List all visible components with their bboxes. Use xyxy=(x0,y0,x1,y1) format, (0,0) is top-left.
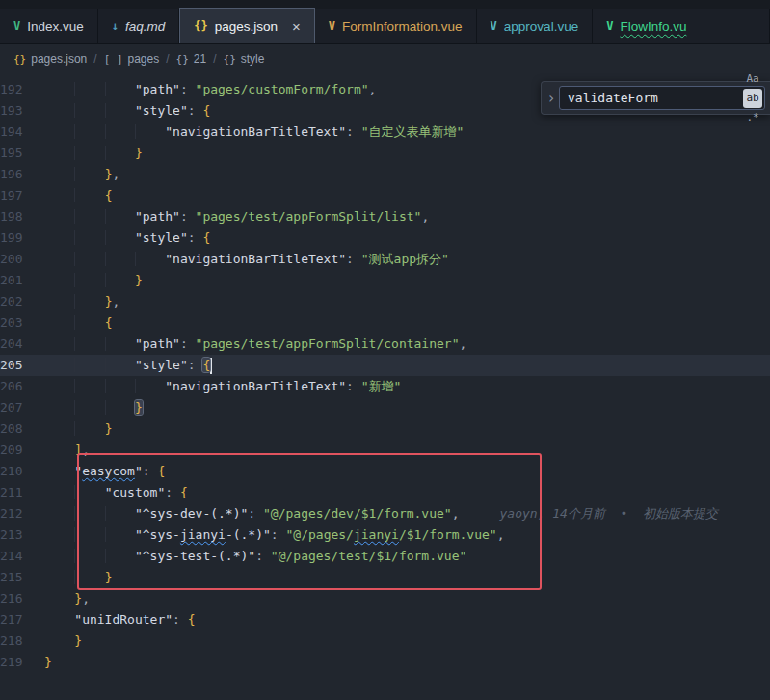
code-line-203[interactable]: 203 { xyxy=(0,312,770,334)
code-line-213[interactable]: 213 "^sys-jianyi-(.*)": "@/pages/jianyi/… xyxy=(0,525,770,546)
code-line-202[interactable]: 202 }, xyxy=(0,291,770,312)
line-number[interactable]: 216 xyxy=(0,588,44,609)
code-token: "^sys- xyxy=(135,527,180,542)
line-number[interactable]: 205 xyxy=(0,355,44,376)
code-line-216[interactable]: 216 }, xyxy=(0,588,770,609)
line-number[interactable]: 196 xyxy=(0,164,44,185)
line-number[interactable]: 213 xyxy=(0,525,44,546)
match-case-toggle[interactable]: Aa xyxy=(743,73,762,89)
code-line-212[interactable]: 212 "^sys-dev-(.*)": "@/pages/dev/$1/for… xyxy=(0,503,770,525)
code-token: "@/pages/dev/$1/form.vue" xyxy=(263,506,452,521)
code-line-205[interactable]: 205 "style": { xyxy=(0,355,770,376)
code-token: "pages/customForm/form" xyxy=(196,82,369,96)
breadcrumb-item-style[interactable]: {}style xyxy=(224,52,265,66)
code-token: "style" xyxy=(135,103,188,118)
tab-faq-md[interactable]: ↓faq.md xyxy=(98,9,180,43)
breadcrumb-separator: / xyxy=(93,52,96,66)
code-text: "^sys-test-(.*)": "@/pages/test/$1/form.… xyxy=(44,546,770,567)
indent xyxy=(74,400,104,415)
code-line-197[interactable]: 197 { xyxy=(0,185,770,206)
line-number[interactable]: 194 xyxy=(0,121,44,143)
code-text: "style": { xyxy=(44,228,770,249)
line-number[interactable]: 192 xyxy=(0,79,44,100)
line-number[interactable]: 206 xyxy=(0,376,44,397)
line-number[interactable]: 209 xyxy=(0,440,44,461)
line-number[interactable]: 219 xyxy=(0,652,44,673)
code-line-198[interactable]: 198 "path": "pages/test/appFormSplit/lis… xyxy=(0,206,770,228)
code-token: } xyxy=(105,570,113,584)
line-number[interactable]: 207 xyxy=(0,397,44,418)
breadcrumb-label: pages.json xyxy=(31,52,87,66)
code-line-215[interactable]: 215 } xyxy=(0,567,770,588)
code-token: , xyxy=(112,294,119,309)
code-line-207[interactable]: 207 } xyxy=(0,397,770,418)
code-token: : xyxy=(165,485,180,499)
code-text: "style": { xyxy=(44,355,770,376)
close-icon[interactable]: × xyxy=(292,19,301,34)
line-number[interactable]: 202 xyxy=(0,291,44,312)
tab-label: FormInformation.vue xyxy=(342,19,463,34)
indent xyxy=(44,337,74,351)
indent xyxy=(44,379,74,393)
code-line-214[interactable]: 214 "^sys-test-(.*)": "@/pages/test/$1/f… xyxy=(0,546,770,567)
code-line-199[interactable]: 199 "style": { xyxy=(0,228,770,249)
code-text: "path": "pages/test/appFormSplit/contain… xyxy=(44,334,770,355)
code-editor[interactable]: 192 "path": "pages/customForm/form",193 … xyxy=(0,73,770,700)
code-token: "@/pages/test/$1/form.vue" xyxy=(271,549,467,563)
breadcrumb-item-pages-json[interactable]: {}pages.json xyxy=(13,52,87,66)
indent xyxy=(44,252,74,266)
code-line-196[interactable]: 196 }, xyxy=(0,164,770,185)
line-number[interactable]: 201 xyxy=(0,270,44,291)
code-line-208[interactable]: 208 } xyxy=(0,418,770,440)
code-token: { xyxy=(202,103,210,118)
line-number[interactable]: 197 xyxy=(0,185,44,206)
breadcrumb-item-pages[interactable]: [ ]pages xyxy=(104,52,160,66)
vue-icon: V xyxy=(13,19,20,33)
line-number[interactable]: 212 xyxy=(0,503,44,525)
line-number[interactable]: 195 xyxy=(0,143,44,164)
code-line-200[interactable]: 200 "navigationBarTitleText": "测试app拆分" xyxy=(0,249,770,270)
regex-toggle[interactable]: .* xyxy=(743,108,762,127)
line-number[interactable]: 218 xyxy=(0,631,44,652)
tab-approval-vue[interactable]: Vapproval.vue xyxy=(477,9,594,43)
line-number[interactable]: 200 xyxy=(0,249,44,270)
breadcrumb-label: pages xyxy=(128,52,160,66)
tab-forminformation-vue[interactable]: VFormInformation.vue xyxy=(315,9,477,43)
line-number[interactable]: 198 xyxy=(0,206,44,228)
code-line-218[interactable]: 218 } xyxy=(0,631,770,652)
code-line-204[interactable]: 204 "path": "pages/test/appFormSplit/con… xyxy=(0,334,770,355)
line-number[interactable]: 208 xyxy=(0,418,44,440)
code-line-206[interactable]: 206 "navigationBarTitleText": "新增" xyxy=(0,376,770,397)
code-token: "path" xyxy=(135,82,180,96)
line-number[interactable]: 214 xyxy=(0,546,44,567)
code-line-209[interactable]: 209 ], xyxy=(0,440,770,461)
indent xyxy=(105,400,135,415)
tab-index-vue[interactable]: VIndex.vue xyxy=(0,9,98,43)
line-number[interactable]: 203 xyxy=(0,312,44,334)
code-line-201[interactable]: 201 } xyxy=(0,270,770,291)
whole-word-toggle[interactable]: ab xyxy=(743,89,762,108)
line-number[interactable]: 193 xyxy=(0,100,44,121)
indent xyxy=(105,273,135,287)
find-expand-chevron-icon[interactable]: › xyxy=(544,90,559,107)
breadcrumb-item-21[interactable]: {}21 xyxy=(176,52,207,66)
code-token: : xyxy=(143,464,158,478)
code-text: "^sys-jianyi-(.*)": "@/pages/jianyi/$1/f… xyxy=(44,525,770,546)
line-number[interactable]: 215 xyxy=(0,567,44,588)
code-line-211[interactable]: 211 "custom": { xyxy=(0,482,770,503)
code-line-219[interactable]: 219} xyxy=(0,652,770,673)
tab-pages-json[interactable]: {}pages.json× xyxy=(179,8,315,43)
line-number[interactable]: 204 xyxy=(0,334,44,355)
line-number[interactable]: 210 xyxy=(0,461,44,482)
line-number[interactable]: 199 xyxy=(0,228,44,249)
code-line-195[interactable]: 195 } xyxy=(0,143,770,164)
code-line-210[interactable]: 210 "easycom": { xyxy=(0,461,770,482)
indent xyxy=(44,485,74,499)
line-number[interactable]: 217 xyxy=(0,609,44,631)
code-line-217[interactable]: 217 "uniIdRouter": { xyxy=(0,609,770,631)
indent xyxy=(105,358,135,372)
line-number[interactable]: 211 xyxy=(0,482,44,503)
find-input[interactable]: validateForm Aaab.* xyxy=(559,86,765,110)
tab-flowinfo-vu[interactable]: VFlowInfo.vu xyxy=(593,9,770,43)
code-line-194[interactable]: 194 "navigationBarTitleText": "自定义表单新增" xyxy=(0,121,770,143)
